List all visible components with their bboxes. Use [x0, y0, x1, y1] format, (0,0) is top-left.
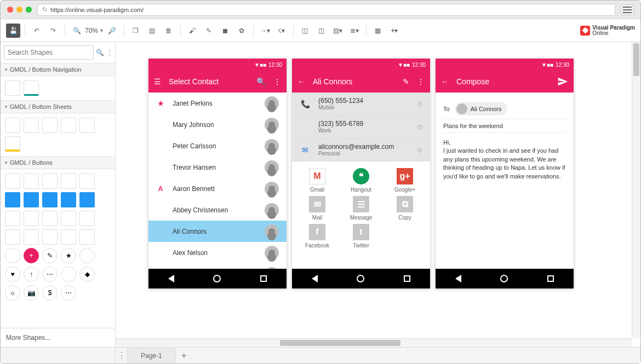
recipient-chip[interactable]: Ali Connors	[455, 102, 507, 115]
shape-cell[interactable]: ★	[61, 248, 76, 263]
contact-row[interactable]: Abbey Christensen	[148, 199, 287, 221]
back-icon[interactable]: ←	[441, 77, 449, 86]
reload-icon[interactable]: ↻	[42, 6, 47, 13]
shape-cell[interactable]	[24, 192, 39, 207]
stroke-button[interactable]: ✎	[202, 24, 216, 38]
share-app-google+[interactable]: g+Google+	[383, 168, 427, 193]
mockup-contact-detail[interactable]: ▼■■12:30 ← Ali Connors ✎ ⋮ 📞(650) 555-12…	[292, 59, 430, 288]
category-bottom-sheets[interactable]: GMDL / Bottom Sheets	[1, 100, 115, 113]
shape-cell[interactable]	[24, 211, 39, 226]
contact-row[interactable]: Peter Carlsson	[148, 135, 287, 157]
shape-cell[interactable]	[61, 174, 76, 189]
back-icon[interactable]: ←	[297, 77, 305, 86]
horizontal-scrollbar[interactable]	[116, 338, 632, 347]
shape-cell[interactable]	[24, 80, 39, 96]
shape-cell[interactable]	[79, 174, 95, 189]
align-button[interactable]: ▤▾	[331, 24, 345, 38]
to-front-button[interactable]: ◫	[298, 24, 312, 38]
shape-cell[interactable]	[79, 118, 95, 133]
contact-row[interactable]: AAaron Bennett	[148, 178, 287, 199]
search-shapes-input[interactable]	[4, 45, 94, 60]
shape-cell[interactable]	[5, 118, 20, 133]
shape-cell[interactable]: ⋯	[42, 267, 58, 282]
shape-cell[interactable]	[24, 174, 39, 189]
shape-cell[interactable]: ♥	[5, 267, 20, 282]
canvas[interactable]: ▼■■ 12:30 ☰ Select Contact 🔍 ⋮ ★Janet Pe…	[116, 42, 632, 338]
shape-cell[interactable]	[61, 211, 76, 226]
overflow-icon[interactable]: ⋮	[273, 77, 281, 86]
contact-row[interactable]: Trevor Hansen	[148, 157, 287, 178]
vertical-scrollbar[interactable]	[632, 42, 640, 338]
copy-button[interactable]: ❐	[129, 24, 143, 38]
style-button[interactable]: ✿	[234, 24, 249, 38]
shape-cell[interactable]	[5, 80, 20, 96]
save-button[interactable]: 💾	[6, 24, 20, 38]
shape-cell[interactable]: ☼	[5, 285, 20, 301]
contact-row[interactable]: Mary Johnson	[148, 114, 287, 135]
shape-cell[interactable]	[61, 118, 76, 133]
category-bottom-navigation[interactable]: GMDL / Bottom Navigation	[1, 63, 115, 76]
zoom-out-button[interactable]: 🔍	[70, 24, 84, 38]
shape-cell[interactable]	[5, 248, 20, 263]
paste-button[interactable]: ▤	[145, 24, 159, 38]
subject-field[interactable]: Plans for the weekend	[443, 123, 503, 129]
share-app-copy[interactable]: ⧉Copy	[383, 196, 427, 221]
shape-cell[interactable]	[5, 174, 20, 189]
redo-button[interactable]: ↷	[46, 24, 60, 38]
shape-cell[interactable]	[61, 267, 76, 282]
shape-cell[interactable]: ✎	[42, 248, 58, 263]
shape-cell[interactable]	[79, 211, 95, 226]
add-button[interactable]: +▾	[387, 24, 402, 38]
shape-cell[interactable]: ↑	[24, 267, 39, 282]
undo-button[interactable]: ↶	[30, 24, 44, 38]
shape-cell[interactable]	[5, 192, 20, 207]
share-app-gmail[interactable]: MGmail	[295, 168, 339, 193]
shape-cell[interactable]	[42, 118, 58, 133]
share-app-hangout[interactable]: ❝Hangout	[339, 168, 383, 193]
mockup-compose[interactable]: ▼■■12:30 ← Compose To Ali Connors	[436, 59, 574, 288]
shape-cell[interactable]	[5, 136, 20, 152]
shape-cell[interactable]	[5, 211, 20, 226]
shape-cell[interactable]	[42, 174, 58, 189]
add-page-button[interactable]: +	[176, 351, 192, 361]
share-app-mail[interactable]: ✉Mail	[295, 196, 339, 221]
share-app-twitter[interactable]: tTwitter	[339, 224, 383, 249]
detail-row[interactable]: (323) 555-6789Work⊙	[292, 115, 430, 138]
select-button[interactable]: ▦	[371, 24, 385, 38]
shape-cell[interactable]	[42, 211, 58, 226]
tab-menu-icon[interactable]: ⋮	[116, 348, 128, 363]
shadow-button[interactable]: ◼	[218, 24, 232, 38]
page-tab[interactable]: Page-1	[128, 348, 176, 363]
shape-cell[interactable]	[5, 229, 20, 245]
detail-row[interactable]: 📞(650) 555-1234Mobile⊙	[292, 93, 430, 115]
share-app-facebook[interactable]: fFacebook	[295, 224, 339, 249]
browser-menu-button[interactable]	[621, 4, 634, 15]
shape-cell[interactable]: +	[24, 248, 39, 263]
delete-button[interactable]: 🗑	[162, 24, 176, 38]
mockup-select-contact[interactable]: ▼■■ 12:30 ☰ Select Contact 🔍 ⋮ ★Janet Pe…	[148, 59, 287, 288]
url-bar[interactable]: ↻ https://online.visual-paradigm.com/	[37, 4, 615, 16]
share-app-message[interactable]: ☰Message	[339, 196, 383, 221]
to-back-button[interactable]: ◫	[314, 24, 329, 38]
overflow-icon[interactable]: ⋮	[417, 77, 425, 86]
search-icon[interactable]: 🔍	[96, 49, 104, 56]
contact-row[interactable]: Anthony Stevens	[148, 263, 287, 269]
shape-cell[interactable]: 📷	[24, 285, 39, 301]
shape-cell[interactable]	[24, 118, 39, 133]
shape-cell[interactable]	[61, 229, 76, 245]
compose-body-text[interactable]: Hi, I just wanted to check in and see if…	[443, 138, 566, 181]
contact-row[interactable]: Ali Connors	[148, 221, 287, 242]
connector-style-button[interactable]: →▾	[258, 24, 272, 38]
shape-cell[interactable]: ⋯	[61, 285, 76, 301]
shape-cell[interactable]: ◆	[79, 267, 95, 282]
shape-cell[interactable]: $	[42, 285, 58, 301]
distribute-button[interactable]: ≣▾	[347, 24, 362, 38]
shape-cell[interactable]	[61, 192, 76, 207]
fill-button[interactable]: 🖌	[185, 24, 199, 38]
shape-cell[interactable]	[79, 192, 95, 207]
send-icon[interactable]	[557, 76, 568, 87]
shape-cell[interactable]	[79, 229, 95, 245]
shape-cell[interactable]	[24, 229, 39, 245]
shape-cell[interactable]	[79, 248, 95, 263]
search-icon[interactable]: 🔍	[256, 77, 266, 86]
